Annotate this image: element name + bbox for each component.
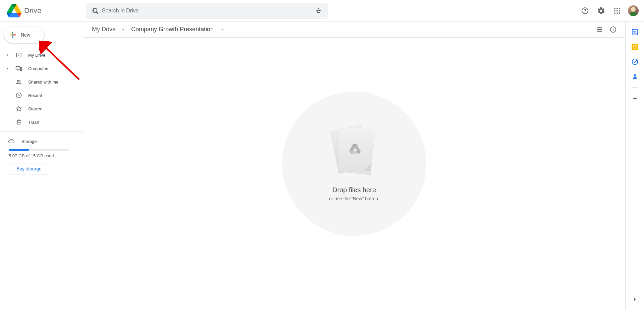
sidebar: New My Drive Computers Shared with me: [0, 21, 83, 310]
content-area[interactable]: Drop files here or use the “New” button.: [83, 38, 625, 310]
settings-icon[interactable]: [594, 4, 608, 17]
sidebar-item-label: Trash: [28, 120, 39, 125]
details-icon[interactable]: [606, 23, 620, 36]
svg-point-6: [616, 10, 618, 11]
sidebar-item-label: Shared with me: [28, 80, 58, 85]
chevron-right-icon: [120, 27, 126, 33]
svg-rect-15: [16, 66, 20, 69]
svg-point-1: [585, 12, 585, 13]
sidebar-item-recent[interactable]: Recent: [0, 89, 79, 102]
sidebar-item-label: Computers: [28, 66, 50, 71]
computers-icon: [15, 65, 22, 72]
storage-progress-fill: [9, 149, 29, 151]
new-button[interactable]: New: [4, 27, 44, 43]
svg-rect-13: [10, 35, 12, 36]
header: Drive: [0, 0, 644, 21]
svg-point-7: [619, 10, 620, 11]
logo-area[interactable]: Drive: [3, 4, 86, 17]
search-input[interactable]: [102, 8, 312, 14]
calendar-app-icon[interactable]: 31: [628, 25, 642, 39]
svg-text:31: 31: [633, 31, 637, 34]
shared-icon: [15, 79, 22, 85]
star-icon: [15, 105, 22, 112]
svg-point-4: [619, 8, 620, 9]
clock-icon: [15, 92, 22, 99]
main: My Drive Company Growth Presentation: [83, 21, 625, 310]
drive-logo-icon: [7, 4, 21, 17]
cloud-icon: [8, 138, 15, 145]
header-actions: [578, 4, 641, 17]
svg-rect-16: [20, 67, 21, 71]
svg-point-5: [614, 10, 615, 11]
sidebar-item-label: My Drive: [28, 53, 45, 58]
svg-point-8: [614, 12, 615, 14]
empty-state: Drop files here or use the “New” button.: [282, 92, 426, 236]
account-avatar[interactable]: [628, 5, 639, 16]
sidebar-item-trash[interactable]: Trash: [0, 115, 79, 129]
storage-label: Storage: [21, 139, 37, 144]
sidebar-item-shared[interactable]: Shared with me: [0, 75, 79, 89]
svg-point-9: [616, 12, 618, 14]
storage-used-text: 5.07 GB of 15 GB used: [9, 153, 76, 158]
breadcrumb-dropdown-icon[interactable]: [220, 27, 225, 32]
svg-point-25: [613, 28, 613, 28]
toolbar: My Drive Company Growth Presentation: [83, 21, 625, 38]
svg-point-2: [614, 8, 615, 9]
contacts-app-icon[interactable]: [628, 70, 642, 83]
sidebar-item-my-drive[interactable]: My Drive: [0, 48, 79, 62]
drive-folder-icon: [15, 52, 22, 58]
apps-icon[interactable]: [610, 4, 624, 17]
keep-app-icon[interactable]: [628, 40, 642, 54]
svg-rect-14: [13, 35, 16, 36]
svg-point-10: [619, 12, 620, 14]
svg-rect-29: [632, 44, 638, 50]
svg-rect-22: [597, 31, 602, 32]
expand-caret-icon[interactable]: [5, 66, 9, 70]
app-title: Drive: [24, 6, 41, 15]
empty-title: Drop files here: [332, 186, 376, 194]
svg-rect-21: [597, 29, 602, 30]
svg-point-17: [17, 80, 19, 82]
storage-progress: [9, 149, 69, 151]
help-icon[interactable]: [578, 4, 592, 17]
side-panel: 31: [625, 21, 644, 310]
plus-icon: [9, 31, 17, 39]
search-bar[interactable]: [86, 3, 328, 19]
svg-point-3: [616, 8, 618, 9]
divider: [632, 87, 638, 88]
search-options-icon[interactable]: [312, 4, 325, 17]
collapse-panel-icon[interactable]: [628, 293, 642, 306]
divider: [0, 132, 83, 132]
sidebar-item-starred[interactable]: Starred: [0, 102, 79, 115]
trash-icon: [15, 119, 22, 125]
breadcrumb: My Drive Company Growth Presentation: [90, 24, 225, 34]
breadcrumb-root[interactable]: My Drive: [90, 24, 118, 34]
view-list-icon[interactable]: [593, 23, 606, 36]
search-icon[interactable]: [89, 4, 102, 17]
svg-rect-11: [12, 32, 13, 35]
sidebar-item-label: Starred: [28, 106, 43, 111]
sidebar-item-computers[interactable]: Computers: [0, 62, 79, 75]
empty-subtitle: or use the “New” button.: [329, 196, 379, 201]
add-app-icon[interactable]: [628, 92, 642, 105]
sidebar-item-storage[interactable]: Storage: [8, 135, 76, 148]
buy-storage-button[interactable]: Buy storage: [9, 163, 49, 174]
expand-caret-icon[interactable]: [5, 53, 9, 57]
tasks-app-icon[interactable]: [628, 55, 642, 68]
svg-point-18: [19, 80, 20, 82]
svg-point-33: [634, 74, 636, 76]
breadcrumb-current[interactable]: Company Growth Presentation: [129, 24, 216, 34]
sidebar-item-label: Recent: [28, 93, 42, 98]
new-button-label: New: [21, 32, 30, 38]
svg-rect-31: [634, 48, 635, 49]
svg-rect-20: [597, 27, 602, 28]
svg-rect-12: [12, 35, 13, 38]
documents-illustration: [331, 126, 378, 180]
